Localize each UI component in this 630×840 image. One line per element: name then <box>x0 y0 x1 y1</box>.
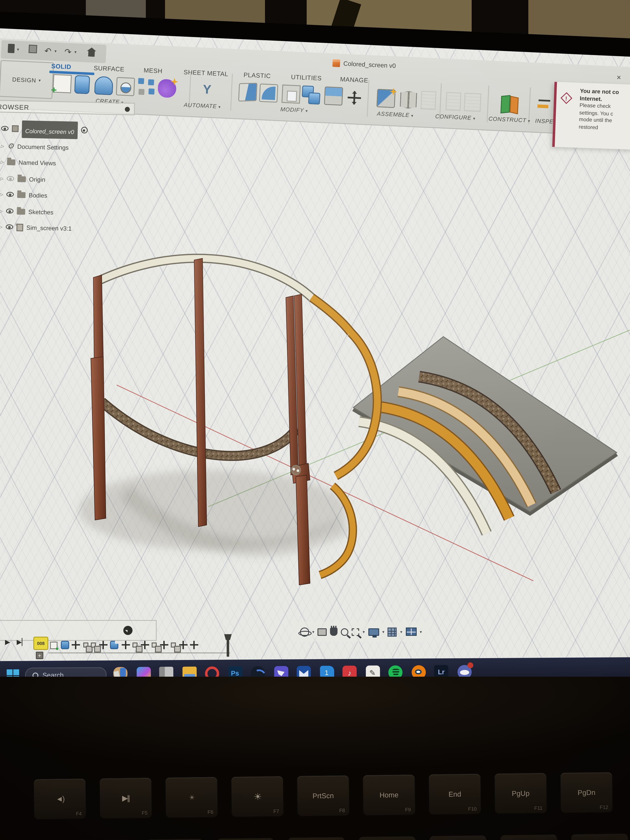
group-construct[interactable]: CONSTRUCT▾ <box>488 115 531 123</box>
browser-collapse-icon[interactable] <box>125 107 130 112</box>
timeline-item-move[interactable] <box>159 641 168 649</box>
undo-icon[interactable]: ↶ <box>44 46 52 57</box>
wzoom-caret-icon[interactable]: ▾ <box>363 629 365 634</box>
plastic-part-icon[interactable] <box>158 79 177 98</box>
look-at-icon[interactable] <box>318 628 327 635</box>
eye-icon[interactable] <box>5 224 13 230</box>
zoom-icon[interactable] <box>341 628 349 635</box>
workspace-switcher[interactable]: DESIGN ▾ <box>0 60 54 99</box>
expand-arrow-icon[interactable]: ▷ <box>0 176 3 181</box>
viewports-icon[interactable] <box>406 627 417 636</box>
expand-arrow-icon[interactable]: ▷ <box>0 159 4 164</box>
expand-arrow-icon[interactable]: ▷ <box>1 143 4 148</box>
timeline-item-move[interactable] <box>72 641 80 649</box>
play-pause-glyph <box>122 794 129 802</box>
tab-manage[interactable]: MANAGE <box>340 76 368 84</box>
tab-surface[interactable]: SURFACE <box>93 65 125 73</box>
configuration-table-icon[interactable] <box>464 93 481 112</box>
timeline-item-copy[interactable] <box>171 643 176 647</box>
group-modify[interactable]: MODIFY▾ <box>280 106 308 113</box>
timeline-item-move[interactable] <box>190 641 198 649</box>
timeline-item-copy[interactable] <box>152 643 157 647</box>
eye-icon[interactable] <box>1 126 8 131</box>
document-tab[interactable]: Colored_screen v0 <box>332 59 396 70</box>
browser-root-row[interactable]: Colored_screen v0 <box>1 123 88 136</box>
expand-arrow-icon[interactable]: ▷ <box>0 208 3 213</box>
wzoom-icon[interactable] <box>352 628 359 635</box>
eye-icon[interactable] <box>6 208 13 214</box>
configuration-icon[interactable] <box>445 92 461 111</box>
browser-row-sim-screen[interactable]: ▷ Sim_screen v3:1 <box>0 221 72 234</box>
browser-header[interactable]: BROWSER <box>0 100 135 115</box>
combine-icon[interactable] <box>302 85 321 104</box>
timeline-item-move[interactable] <box>179 641 187 649</box>
redo-caret-icon[interactable]: ▾ <box>74 49 77 54</box>
shell-icon[interactable] <box>281 85 301 104</box>
timeline-add-icon[interactable]: + <box>36 652 43 659</box>
timeline-play-icon[interactable]: ▶ <box>5 638 10 646</box>
file-menu-icon[interactable] <box>8 44 15 53</box>
timeline-item-move[interactable] <box>121 641 129 649</box>
undo-caret-icon[interactable]: ▾ <box>54 48 57 53</box>
create-form-icon[interactable] <box>94 76 113 95</box>
drawing-icon[interactable] <box>421 91 436 110</box>
flat-plate-with-strips[interactable] <box>353 337 617 533</box>
quick-access-toolbar: ▾ ↶ ▾ ↷ ▾ <box>1 40 106 63</box>
create-sketch-icon[interactable] <box>52 74 72 93</box>
measure-icon[interactable] <box>537 96 551 115</box>
timeline-item-combine[interactable] <box>110 641 118 649</box>
construction-plane-icon[interactable] <box>499 95 518 114</box>
browser-row-origin[interactable]: ▷ Origin <box>0 172 46 185</box>
orbit-caret-icon[interactable]: ▾ <box>312 629 314 634</box>
eye-icon[interactable] <box>6 192 14 197</box>
new-component-icon[interactable] <box>376 89 396 108</box>
fillet-icon[interactable] <box>259 84 278 103</box>
fusion-viewport-screen[interactable]: ▾ ↶ ▾ ↷ ▾ Colored_screen v0 DESIGN ▾ SOL… <box>0 0 630 700</box>
tab-utilities[interactable]: UTILITIES <box>291 73 322 82</box>
timeline-item-move[interactable] <box>141 641 149 649</box>
move-icon[interactable] <box>347 91 361 105</box>
timeline-go-to-end-icon[interactable]: ▶▏ <box>17 638 27 646</box>
group-configure[interactable]: CONFIGURE▾ <box>435 113 475 121</box>
display-caret-icon[interactable]: ▾ <box>382 629 384 634</box>
pan-icon[interactable] <box>330 627 338 636</box>
group-assemble[interactable]: ASSEMBLE▾ <box>377 111 414 118</box>
browser-row-bodies[interactable]: ▷ Bodies <box>0 188 47 201</box>
timeline-item-extrude[interactable] <box>60 641 69 649</box>
home-icon[interactable] <box>87 47 96 57</box>
grid-caret-icon[interactable]: ▾ <box>400 629 402 634</box>
expand-arrow-icon[interactable]: ▷ <box>0 224 2 229</box>
browser-row-sketches[interactable]: ▷ Sketches <box>0 205 54 218</box>
eye-off-icon[interactable] <box>6 176 14 181</box>
timeline-item-copy[interactable] <box>91 643 96 647</box>
browser-row-document-settings[interactable]: ▷ ⚙ Document Settings <box>1 140 69 153</box>
automate-icon[interactable]: Y <box>197 81 217 100</box>
tab-plastic[interactable]: PLASTIC <box>243 71 271 80</box>
timeline-item-sketch[interactable] <box>50 641 57 649</box>
tab-solid[interactable]: SOLID <box>51 62 71 71</box>
close-icon[interactable]: × <box>617 73 621 82</box>
activate-radio-icon[interactable] <box>81 127 88 134</box>
display-icon[interactable] <box>368 628 379 635</box>
file-caret-icon[interactable]: ▾ <box>17 47 19 52</box>
split-body-icon[interactable] <box>324 87 343 106</box>
press-pull-icon[interactable] <box>238 83 257 101</box>
timeline-item-move[interactable] <box>99 641 107 649</box>
timeline-playhead[interactable] <box>227 635 229 657</box>
insert-mesh-icon[interactable] <box>137 78 157 97</box>
tab-mesh[interactable]: MESH <box>144 66 163 75</box>
expand-arrow-icon[interactable]: ▷ <box>0 192 3 197</box>
joint-icon[interactable] <box>399 90 418 109</box>
timeline-item-copy[interactable] <box>133 643 137 647</box>
save-icon[interactable] <box>28 44 37 53</box>
timeline-group-badge[interactable]: 008 <box>33 637 48 650</box>
grid-icon[interactable] <box>388 627 397 636</box>
viewports-caret-icon[interactable]: ▾ <box>420 629 422 634</box>
expand-comments-icon[interactable] <box>123 626 133 635</box>
extrude-icon[interactable] <box>74 75 90 94</box>
redo-icon[interactable]: ↷ <box>64 46 72 58</box>
browser-row-named-views[interactable]: ▷ Named Views <box>0 156 56 169</box>
derive-icon[interactable] <box>116 77 135 96</box>
start-button-icon[interactable] <box>7 669 13 675</box>
timeline-item-copy[interactable] <box>83 643 88 647</box>
